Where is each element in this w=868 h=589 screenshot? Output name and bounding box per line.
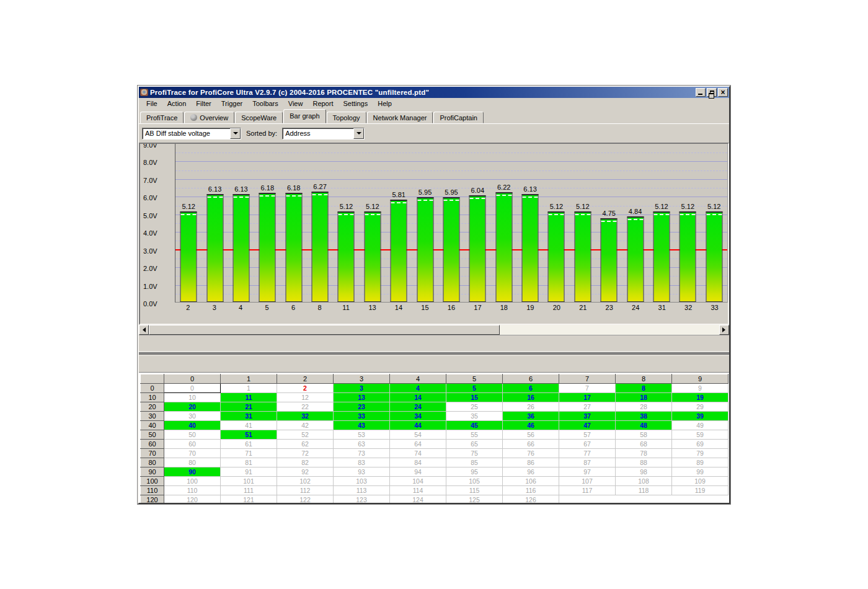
station-cell-118[interactable]: 118 [616, 486, 672, 495]
station-cell-47[interactable]: 47 [559, 421, 616, 430]
station-cell-121[interactable]: 121 [221, 495, 277, 503]
sort-select[interactable]: Address [282, 128, 365, 140]
station-cell-50[interactable]: 50 [164, 430, 221, 440]
station-cell-87[interactable]: 87 [559, 458, 616, 467]
station-cell-40[interactable]: 40 [164, 421, 221, 430]
station-cell-32[interactable]: 32 [277, 412, 334, 421]
station-cell-64[interactable]: 64 [390, 440, 446, 449]
station-cell-22[interactable]: 22 [277, 402, 334, 412]
station-cell-41[interactable]: 41 [221, 421, 277, 430]
station-cell-117[interactable]: 117 [559, 486, 616, 495]
station-cell-73[interactable]: 73 [334, 449, 390, 458]
station-cell-95[interactable]: 95 [446, 467, 503, 477]
station-cell-122[interactable]: 122 [277, 495, 334, 503]
station-cell-34[interactable]: 34 [390, 412, 446, 421]
station-cell-101[interactable]: 101 [221, 477, 277, 486]
tab-overview[interactable]: Overview [184, 112, 234, 123]
measurement-select[interactable]: AB Diff stable voltage [142, 128, 241, 140]
station-cell-14[interactable]: 14 [390, 393, 446, 402]
station-cell-126[interactable]: 126 [503, 495, 559, 503]
scroll-left-button[interactable] [139, 325, 149, 335]
station-cell-109[interactable]: 109 [672, 477, 728, 486]
station-cell-86[interactable]: 86 [503, 458, 559, 467]
station-cell-69[interactable]: 69 [672, 440, 728, 449]
station-cell-115[interactable]: 115 [446, 486, 503, 495]
station-cell-74[interactable]: 74 [390, 449, 446, 458]
station-cell-116[interactable]: 116 [503, 486, 559, 495]
station-cell-37[interactable]: 37 [559, 412, 616, 421]
tab-topology[interactable]: Topology [327, 112, 366, 123]
station-cell-63[interactable]: 63 [334, 440, 390, 449]
menu-item-help[interactable]: Help [373, 99, 397, 108]
station-cell-15[interactable]: 15 [446, 393, 503, 402]
station-cell-30[interactable]: 30 [164, 412, 221, 421]
station-cell-27[interactable]: 27 [559, 402, 616, 412]
station-cell-48[interactable]: 48 [616, 421, 672, 430]
station-cell-77[interactable]: 77 [559, 449, 616, 458]
station-cell-59[interactable]: 59 [672, 430, 728, 440]
sort-select-dropdown-button[interactable] [353, 128, 364, 139]
station-cell-107[interactable]: 107 [559, 477, 616, 486]
station-cell-123[interactable]: 123 [334, 495, 390, 503]
menu-item-file[interactable]: File [141, 99, 162, 108]
station-cell-10[interactable]: 10 [164, 393, 221, 402]
station-cell-89[interactable]: 89 [672, 458, 728, 467]
menu-item-settings[interactable]: Settings [338, 99, 373, 108]
station-cell-106[interactable]: 106 [503, 477, 559, 486]
scrollbar-thumb[interactable] [149, 325, 500, 335]
horizontal-scrollbar[interactable] [139, 325, 729, 335]
station-cell-92[interactable]: 92 [277, 467, 334, 477]
station-cell-88[interactable]: 88 [616, 458, 672, 467]
station-cell-56[interactable]: 56 [503, 430, 559, 440]
station-cell-84[interactable]: 84 [390, 458, 446, 467]
station-cell-28[interactable]: 28 [616, 402, 672, 412]
station-cell-1[interactable]: 1 [221, 384, 277, 393]
station-cell-26[interactable]: 26 [503, 402, 559, 412]
station-cell-120[interactable]: 120 [164, 495, 221, 503]
station-cell-20[interactable]: 20 [164, 402, 221, 412]
station-cell-71[interactable]: 71 [221, 449, 277, 458]
station-cell-70[interactable]: 70 [164, 449, 221, 458]
station-cell-119[interactable]: 119 [672, 486, 728, 495]
station-cell-2[interactable]: 2 [277, 384, 334, 393]
station-cell-108[interactable]: 108 [616, 477, 672, 486]
station-cell-43[interactable]: 43 [334, 421, 390, 430]
station-cell-105[interactable]: 105 [446, 477, 503, 486]
station-cell-61[interactable]: 61 [221, 440, 277, 449]
station-cell-83[interactable]: 83 [334, 458, 390, 467]
station-cell-17[interactable]: 17 [559, 393, 616, 402]
tab-profitrace[interactable]: ProfiTrace [140, 112, 184, 123]
station-cell-103[interactable]: 103 [334, 477, 390, 486]
station-cell-104[interactable]: 104 [390, 477, 446, 486]
station-cell-91[interactable]: 91 [221, 467, 277, 477]
station-cell-114[interactable]: 114 [390, 486, 446, 495]
station-cell-81[interactable]: 81 [221, 458, 277, 467]
station-cell-6[interactable]: 6 [503, 384, 559, 393]
station-cell-49[interactable]: 49 [672, 421, 728, 430]
station-cell-38[interactable]: 38 [616, 412, 672, 421]
station-cell-46[interactable]: 46 [503, 421, 559, 430]
station-cell-62[interactable]: 62 [277, 440, 334, 449]
station-cell-79[interactable]: 79 [672, 449, 728, 458]
station-cell-66[interactable]: 66 [503, 440, 559, 449]
minimize-button[interactable] [696, 88, 706, 97]
station-cell-80[interactable]: 80 [164, 458, 221, 467]
station-cell-54[interactable]: 54 [390, 430, 446, 440]
station-cell-60[interactable]: 60 [164, 440, 221, 449]
station-cell-111[interactable]: 111 [221, 486, 277, 495]
tab-proficaptain[interactable]: ProfiCaptain [433, 112, 484, 123]
station-cell-57[interactable]: 57 [559, 430, 616, 440]
station-cell-23[interactable]: 23 [334, 402, 390, 412]
station-cell-7[interactable]: 7 [559, 384, 616, 393]
station-cell-72[interactable]: 72 [277, 449, 334, 458]
station-cell-65[interactable]: 65 [446, 440, 503, 449]
restore-button[interactable] [707, 88, 717, 97]
station-cell-24[interactable]: 24 [390, 402, 446, 412]
station-cell-18[interactable]: 18 [616, 393, 672, 402]
station-cell-55[interactable]: 55 [446, 430, 503, 440]
station-cell-39[interactable]: 39 [672, 412, 728, 421]
station-cell-5[interactable]: 5 [446, 384, 503, 393]
station-cell-124[interactable]: 124 [390, 495, 446, 503]
station-cell-42[interactable]: 42 [277, 421, 334, 430]
station-cell-52[interactable]: 52 [277, 430, 334, 440]
